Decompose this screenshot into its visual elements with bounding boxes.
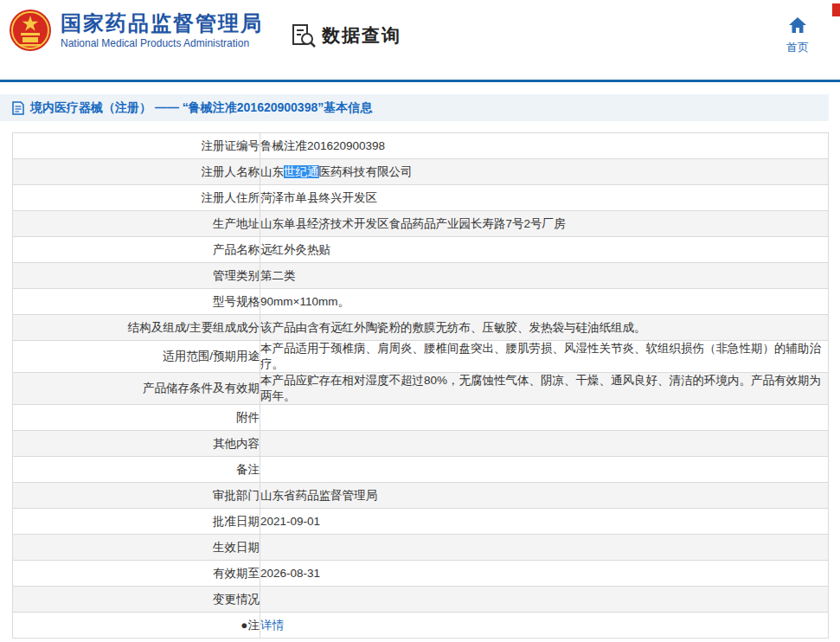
row-label: ●注 — [13, 613, 260, 639]
table-row: 适用范围/预期用途本产品适用于颈椎病、肩周炎、腰椎间盘突出、腰肌劳损、风湿性关节… — [13, 341, 829, 373]
table-row: 有效期至2026-08-31 — [13, 561, 829, 587]
table-row: 注册证编号鲁械注准201620900398 — [13, 133, 829, 159]
document-icon — [12, 101, 24, 115]
agency-name-en: National Medical Products Administration — [61, 37, 263, 49]
document-search-icon — [291, 22, 317, 48]
row-label: 批准日期 — [13, 509, 260, 535]
table-row: 注册人名称山东世纪通医药科技有限公司 — [13, 159, 829, 185]
row-label: 注册证编号 — [13, 133, 260, 159]
table-row: 产品名称远红外灸热贴 — [13, 237, 829, 263]
table-row: 结构及组成/主要组成成分该产品由含有远红外陶瓷粉的敷膜无纺布、压敏胶、发热袋与硅… — [13, 315, 829, 341]
home-icon — [789, 17, 806, 33]
partial-right-logo — [832, 3, 840, 16]
row-label: 备注 — [13, 457, 260, 483]
row-label: 产品名称 — [13, 237, 260, 263]
row-label: 其他内容 — [13, 431, 260, 457]
row-label: 生效日期 — [13, 535, 260, 561]
table-row: 其他内容 — [13, 431, 829, 457]
registration-info-section: 注册证编号鲁械注准201620900398注册人名称山东世纪通医药科技有限公司注… — [12, 132, 829, 639]
row-value — [260, 457, 829, 483]
row-value — [260, 431, 829, 457]
row-value: 本产品适用于颈椎病、肩周炎、腰椎间盘突出、腰肌劳损、风湿性关节炎、软组织损伤（非… — [260, 341, 829, 373]
table-row: ●注详情 — [13, 613, 829, 639]
row-value: 2021-09-01 — [260, 509, 829, 535]
row-value: 本产品应贮存在相对湿度不超过80%，无腐蚀性气体、阴凉、干燥、通风良好、清洁的环… — [260, 373, 829, 405]
row-label: 生产地址 — [13, 211, 260, 237]
table-row: 备注 — [13, 457, 829, 483]
row-value: 详情 — [260, 613, 829, 639]
row-label: 有效期至 — [13, 561, 260, 587]
row-label: 产品储存条件及有效期 — [13, 373, 260, 405]
row-value — [260, 405, 829, 431]
national-emblem-icon — [9, 9, 52, 52]
row-value: 山东省药品监督管理局 — [260, 483, 829, 509]
table-row: 型号规格90mm×110mm。 — [13, 289, 829, 315]
table-row: 审批部门山东省药品监督管理局 — [13, 483, 829, 509]
agency-title-block: 国家药品监督管理局 National Medical Products Admi… — [61, 11, 263, 50]
table-row: 注册人住所菏泽市单县终兴开发区 — [13, 185, 829, 211]
breadcrumb-text: 境内医疗器械（注册） —— “鲁械注准201620900398”基本信息 — [30, 100, 372, 116]
table-row: 管理类别第二类 — [13, 263, 829, 289]
home-label: 首页 — [779, 40, 817, 55]
data-query-header[interactable]: 数据查询 — [291, 22, 401, 48]
row-value — [260, 587, 829, 613]
row-value: 鲁械注准201620900398 — [260, 133, 829, 159]
registration-info-table: 注册证编号鲁械注准201620900398注册人名称山东世纪通医药科技有限公司注… — [12, 132, 829, 639]
header-divider — [0, 80, 840, 82]
table-row: 生效日期 — [13, 535, 829, 561]
detail-link[interactable]: 详情 — [260, 619, 284, 632]
row-value — [260, 535, 829, 561]
row-value: 2026-08-31 — [260, 561, 829, 587]
site-header: 国家药品监督管理局 National Medical Products Admi… — [0, 0, 840, 80]
agency-name-cn: 国家药品监督管理局 — [61, 11, 263, 35]
data-query-label: 数据查询 — [322, 23, 401, 48]
table-row: 产品储存条件及有效期本产品应贮存在相对湿度不超过80%，无腐蚀性气体、阴凉、干燥… — [13, 373, 829, 405]
breadcrumb: 境内医疗器械（注册） —— “鲁械注准201620900398”基本信息 — [0, 94, 829, 121]
row-label: 注册人名称 — [13, 159, 260, 185]
page: 国家药品监督管理局 National Medical Products Admi… — [0, 0, 840, 642]
highlighted-text: 世纪通 — [284, 165, 319, 178]
row-label: 适用范围/预期用途 — [13, 341, 260, 373]
row-value: 山东世纪通医药科技有限公司 — [260, 159, 829, 185]
row-label: 型号规格 — [13, 289, 260, 315]
row-label: 管理类别 — [13, 263, 260, 289]
info-table-body: 注册证编号鲁械注准201620900398注册人名称山东世纪通医药科技有限公司注… — [13, 133, 829, 639]
row-value: 远红外灸热贴 — [260, 237, 829, 263]
row-label: 注册人住所 — [13, 185, 260, 211]
table-row: 附件 — [13, 405, 829, 431]
table-row: 批准日期2021-09-01 — [13, 509, 829, 535]
row-label: 结构及组成/主要组成成分 — [13, 315, 260, 341]
table-row: 生产地址山东单县经济技术开发区食品药品产业园长寿路7号2号厂房 — [13, 211, 829, 237]
row-label: 审批部门 — [13, 483, 260, 509]
row-label: 附件 — [13, 405, 260, 431]
row-value: 山东单县经济技术开发区食品药品产业园长寿路7号2号厂房 — [260, 211, 829, 237]
row-value: 90mm×110mm。 — [260, 289, 829, 315]
row-value: 第二类 — [260, 263, 829, 289]
home-nav[interactable]: 首页 — [779, 17, 817, 55]
agency-logo-block: 国家药品监督管理局 National Medical Products Admi… — [9, 9, 263, 52]
row-label: 变更情况 — [13, 587, 260, 613]
table-row: 变更情况 — [13, 587, 829, 613]
row-value: 菏泽市单县终兴开发区 — [260, 185, 829, 211]
row-value: 该产品由含有远红外陶瓷粉的敷膜无纺布、压敏胶、发热袋与硅油纸组成。 — [260, 315, 829, 341]
